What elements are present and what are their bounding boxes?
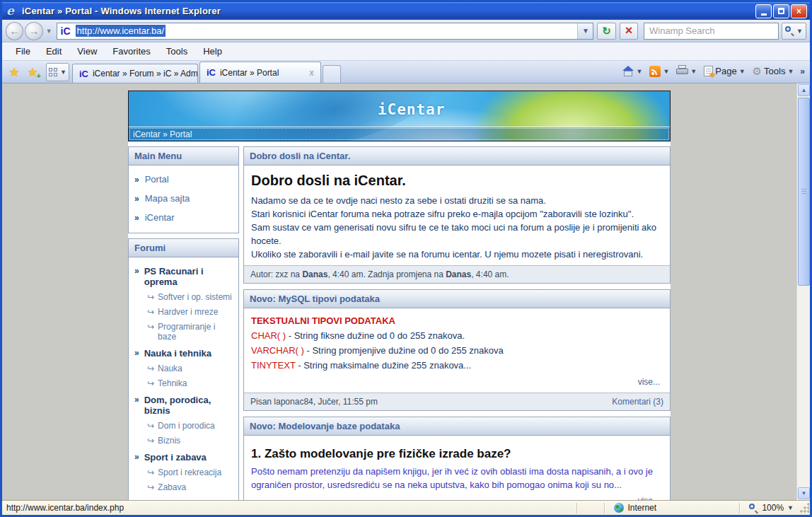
forum-category[interactable]: »PS Racunari i oprema	[134, 262, 236, 289]
sidebar-item-icentar[interactable]: »iCentar	[134, 208, 236, 227]
comments-link[interactable]: Komentari (3)	[612, 397, 663, 407]
close-button[interactable]: ×	[791, 4, 807, 18]
more-link[interactable]: vise...	[251, 373, 661, 388]
forums-box: Forumi »PS Racunari i oprema ↪Softver i …	[128, 238, 239, 500]
zoom-level: 100%	[762, 503, 784, 513]
tab-portal[interactable]: iC iCentar » Portal x	[199, 62, 321, 83]
branch-arrow-icon: ↪	[147, 482, 154, 492]
forum-subitem[interactable]: ↪Hardver i mreze	[134, 304, 236, 319]
menu-view[interactable]: View	[69, 44, 105, 59]
feeds-button[interactable]: ▼	[646, 64, 672, 79]
ie-logo-icon: e	[6, 5, 19, 18]
modeling-title: 1. Zašto modelovanje pre fizičke izrade …	[251, 447, 661, 461]
title-bar: e iCentar » Portal - Windows Internet Ex…	[2, 2, 810, 20]
add-favorite-button[interactable]: ★+	[23, 63, 42, 81]
home-button[interactable]: ▼	[620, 64, 646, 79]
page-button[interactable]: Page▼	[701, 64, 748, 79]
page-content: iCentar iCentar » Portal Main Menu »Port…	[128, 91, 671, 500]
more-link[interactable]: vise...	[251, 492, 661, 500]
tab-close-icon[interactable]: x	[309, 68, 314, 78]
minimize-button[interactable]	[755, 4, 772, 18]
site-logo-text: iCentar	[378, 101, 446, 118]
print-button[interactable]: ▼	[673, 64, 700, 79]
mysql-panel-header: Novo: MySQL tipovi podataka	[244, 290, 670, 308]
maximize-button[interactable]	[773, 4, 789, 18]
print-icon	[676, 67, 688, 76]
branch-arrow-icon: ↪	[147, 378, 154, 388]
address-bar[interactable]: iC http://www.icentar.ba/ ▼	[57, 23, 594, 40]
forum-subitem[interactable]: ↪Zabava	[134, 480, 236, 494]
chevron-right-icon: »	[134, 175, 139, 185]
scroll-up-button[interactable]: ▲	[798, 84, 810, 96]
menu-file[interactable]: File	[8, 44, 38, 59]
toolbar-overflow-button[interactable]: »	[798, 66, 807, 76]
maximize-icon	[778, 8, 784, 14]
branch-arrow-icon: ↪	[147, 292, 154, 302]
search-button[interactable]: ▼	[782, 23, 806, 40]
scroll-down-button[interactable]: ▼	[798, 487, 810, 499]
forum-category[interactable]: »Sport i zabava	[134, 448, 236, 465]
menu-edit[interactable]: Edit	[38, 44, 69, 59]
site-banner[interactable]: iCentar iCentar » Portal	[128, 91, 671, 141]
stop-button[interactable]: ×	[620, 23, 638, 40]
modeling-panel-header: Novo: Modelovanje baze podataka	[244, 417, 670, 436]
gear-icon: ⚙	[753, 65, 762, 78]
resize-grip[interactable]	[799, 502, 809, 513]
zone-label: Internet	[627, 503, 656, 513]
status-separator	[604, 503, 605, 513]
tools-button[interactable]: ⚙Tools▼	[750, 63, 797, 80]
author-line: Autor: zxz na Danas, 4:40 am. Zadnja pro…	[250, 269, 509, 279]
sidebar-item-mapa-sajta[interactable]: »Mapa sajta	[134, 189, 236, 208]
status-separator	[739, 503, 740, 513]
tab-forum[interactable]: iC iCentar » Forum » iC » Admin...	[72, 64, 198, 83]
forward-button[interactable]: →	[25, 22, 42, 40]
tab-favicon: iC	[79, 69, 88, 79]
favorites-center-button[interactable]: ★	[5, 63, 23, 81]
forum-subitem[interactable]: ↪Dom i porodica	[134, 418, 236, 433]
forum-subitem[interactable]: ↪Biznis	[134, 433, 236, 448]
forum-category[interactable]: »Nauka i tehnika	[134, 344, 236, 361]
mysql-panel: Novo: MySQL tipovi podataka TEKSTUALNI T…	[243, 289, 671, 411]
page-icon	[704, 66, 713, 76]
forum-subitem[interactable]: ↪Softver i op. sistemi	[134, 289, 236, 304]
search-dropdown-icon[interactable]: ▼	[796, 28, 803, 35]
forum-subitem[interactable]: ↪Nauka	[134, 361, 236, 376]
menu-help[interactable]: Help	[195, 44, 230, 59]
menu-tools[interactable]: Tools	[158, 44, 195, 59]
forum-category[interactable]: »Dom, porodica, biznis	[134, 390, 236, 418]
site-favicon: iC	[61, 25, 71, 37]
welcome-paragraph: Nadamo se da ce te ovdje naci nesto za s…	[251, 194, 661, 207]
new-tab-button[interactable]	[323, 65, 341, 83]
browser-window: e iCentar » Portal - Windows Internet Ex…	[0, 0, 812, 517]
stop-icon: ×	[625, 23, 633, 38]
forum-subitem[interactable]: ↪Sport i rekreacija	[134, 465, 236, 480]
history-dropdown[interactable]: ▼	[46, 28, 52, 35]
refresh-button[interactable]: ↻	[597, 23, 615, 40]
address-input[interactable]: http://www.icentar.ba/	[76, 25, 166, 37]
datatype-row: CHAR( ) - String fiksne dužine od 0 do 2…	[251, 328, 661, 343]
forum-subitem[interactable]: ↪Programiranje i baze	[134, 319, 236, 344]
main-menu-title: Main Menu	[129, 147, 238, 165]
tab-list-dropdown-icon[interactable]: ▼	[60, 69, 66, 76]
menu-favorites[interactable]: Favorites	[105, 44, 158, 59]
datatype-row: TINYTEXT - String maksimalne dužine 255 …	[251, 358, 661, 373]
tab-bar: ★ ★+ ▼ iC iCentar » Forum » iC » Admin..…	[2, 61, 810, 83]
chevron-right-icon: »	[134, 213, 139, 223]
mysql-panel-footer: Pisan laponac84, Jučer, 11:55 pm Komenta…	[244, 393, 670, 410]
address-dropdown-button[interactable]: ▼	[577, 23, 593, 39]
search-box[interactable]: Winamp Search	[644, 23, 779, 40]
branch-arrow-icon: ↪	[147, 467, 154, 477]
vertical-scrollbar[interactable]: ▲ ▼	[796, 83, 810, 500]
sidebar-item-portal[interactable]: »Portal	[134, 170, 236, 189]
breadcrumb[interactable]: iCentar » Portal	[129, 129, 192, 139]
back-button[interactable]: ←	[6, 22, 23, 40]
plus-icon: +	[37, 71, 41, 80]
chevron-right-icon: »	[134, 266, 139, 276]
welcome-panel: Dobro dosli na iCentar. Dobro dosli na i…	[243, 146, 671, 284]
quick-tabs-button[interactable]: ▼	[46, 63, 69, 81]
forum-subitem[interactable]: ↪Tehnika	[134, 376, 236, 390]
status-url: http://www.icentar.ba/index.php	[2, 503, 573, 513]
zoom-dropdown-icon[interactable]: ▼	[787, 504, 794, 511]
scrollbar-thumb[interactable]	[798, 98, 810, 286]
zoom-control[interactable]: 100% ▼	[743, 503, 799, 513]
